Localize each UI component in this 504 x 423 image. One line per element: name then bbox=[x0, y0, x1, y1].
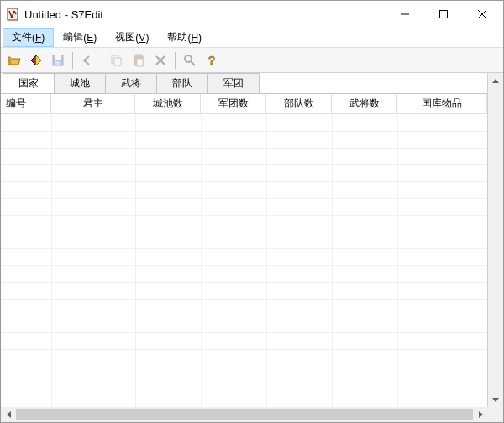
window-title: Untitled - S7Edit bbox=[24, 8, 386, 21]
svg-rect-15 bbox=[137, 59, 143, 66]
toolbar-separator bbox=[102, 52, 102, 69]
titlebar: Untitled - S7Edit bbox=[1, 1, 503, 28]
content-row: 国家 城池 武将 部队 军团 编号 君主 城池数 军团数 部队数 武将数 bbox=[1, 73, 503, 407]
menu-edit[interactable]: 编辑(E) bbox=[54, 28, 106, 47]
save-button bbox=[48, 50, 68, 70]
tab-city[interactable]: 城池 bbox=[54, 73, 106, 93]
copy-button bbox=[107, 50, 127, 70]
delete-button bbox=[150, 50, 171, 70]
table-body bbox=[1, 114, 487, 407]
back-button bbox=[77, 50, 97, 70]
scroll-corner bbox=[488, 407, 503, 422]
col-general-count[interactable]: 武将数 bbox=[332, 94, 397, 114]
maximize-button[interactable] bbox=[424, 2, 463, 27]
svg-rect-12 bbox=[114, 58, 121, 65]
tab-troop[interactable]: 部队 bbox=[156, 73, 208, 93]
tab-country[interactable]: 国家 bbox=[3, 73, 55, 93]
scroll-down-button[interactable] bbox=[488, 392, 503, 407]
main-area: 国家 城池 武将 部队 军团 编号 君主 城池数 军团数 部队数 武将数 bbox=[1, 73, 488, 407]
open-button[interactable] bbox=[4, 50, 24, 70]
search-button bbox=[180, 50, 200, 70]
toolbar-separator bbox=[175, 52, 176, 69]
table-header: 编号 君主 城池数 军团数 部队数 武将数 国库物品 bbox=[1, 94, 487, 114]
vertical-scrollbar[interactable] bbox=[488, 73, 503, 407]
menu-view[interactable]: 视图(V) bbox=[106, 28, 158, 47]
svg-rect-5 bbox=[440, 11, 448, 18]
svg-rect-14 bbox=[136, 55, 141, 57]
col-id[interactable]: 编号 bbox=[1, 94, 51, 114]
svg-line-19 bbox=[191, 61, 195, 65]
client-area: 国家 城池 武将 部队 军团 编号 君主 城池数 军团数 部队数 武将数 bbox=[1, 73, 503, 422]
app-window: Untitled - S7Edit 文件(F) 编辑(E) 视图(V) 帮助(H… bbox=[0, 0, 504, 423]
hscroll-thumb[interactable] bbox=[16, 409, 473, 420]
app-icon bbox=[6, 8, 19, 21]
horizontal-scrollbar[interactable] bbox=[1, 407, 503, 422]
tab-general[interactable]: 武将 bbox=[105, 73, 157, 93]
col-corps-count[interactable]: 军团数 bbox=[201, 94, 266, 114]
col-city-count[interactable]: 城池数 bbox=[135, 94, 201, 114]
scroll-right-button[interactable] bbox=[473, 407, 488, 422]
vscroll-track[interactable] bbox=[488, 88, 503, 392]
col-troop-count[interactable]: 部队数 bbox=[266, 94, 332, 114]
menu-file[interactable]: 文件(F) bbox=[3, 28, 54, 47]
help-button[interactable]: ? bbox=[202, 50, 222, 70]
svg-text:?: ? bbox=[208, 54, 216, 67]
hscroll-track[interactable] bbox=[16, 407, 473, 422]
svg-rect-9 bbox=[55, 55, 61, 60]
menu-help[interactable]: 帮助(H) bbox=[158, 28, 211, 47]
menubar: 文件(F) 编辑(E) 视图(V) 帮助(H) bbox=[1, 28, 503, 48]
close-button[interactable] bbox=[463, 2, 501, 27]
scroll-left-button[interactable] bbox=[1, 407, 16, 422]
svg-point-18 bbox=[185, 55, 192, 62]
minimize-button[interactable] bbox=[386, 2, 424, 27]
paste-button bbox=[129, 50, 149, 70]
data-table[interactable]: 编号 君主 城池数 军团数 部队数 武将数 国库物品 bbox=[1, 93, 487, 407]
toolbar-separator bbox=[72, 52, 73, 69]
svg-rect-10 bbox=[55, 61, 60, 65]
tab-corps[interactable]: 军团 bbox=[207, 73, 260, 93]
col-lord[interactable]: 君主 bbox=[51, 94, 135, 114]
tab-strip: 国家 城池 武将 部队 军团 bbox=[1, 73, 487, 93]
toolbar: ? bbox=[1, 48, 503, 73]
scroll-up-button[interactable] bbox=[488, 73, 503, 88]
diamond-button[interactable] bbox=[26, 50, 46, 70]
col-treasury[interactable]: 国库物品 bbox=[397, 94, 487, 114]
